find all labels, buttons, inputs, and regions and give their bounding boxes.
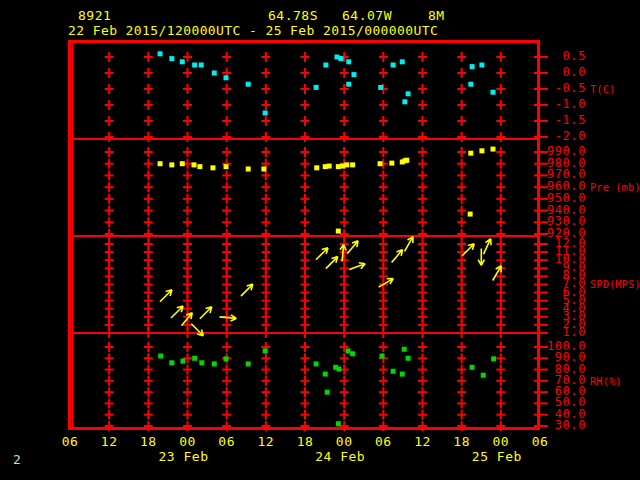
pressure-point — [314, 165, 319, 170]
temperature-point — [158, 51, 163, 56]
temperature-point — [314, 85, 319, 90]
panel-unit-label: Pre (mb) — [590, 182, 640, 193]
relative-humidity-point — [402, 347, 407, 352]
temperature-point — [323, 63, 328, 68]
pressure-point — [180, 161, 185, 166]
wind-arrow — [316, 248, 328, 260]
relative-humidity-point — [314, 361, 319, 366]
relative-humidity-point — [158, 354, 163, 359]
hour-label: 18 — [447, 434, 477, 449]
y-tick-label: -1.5 — [450, 115, 586, 126]
pressure-point — [350, 162, 355, 167]
hour-label: 18 — [290, 434, 320, 449]
panel-unit-label: SPD(MPS) — [590, 279, 640, 290]
relative-humidity-point — [391, 369, 396, 374]
hour-label: 00 — [329, 434, 359, 449]
relative-humidity-point — [180, 359, 185, 364]
wind-arrow — [220, 315, 237, 321]
temperature-point — [224, 75, 229, 80]
wind-arrow — [392, 250, 403, 263]
y-tick-label: 30.0 — [450, 420, 586, 431]
wind-arrow — [160, 290, 172, 302]
panel-unit-label: RH(%) — [590, 376, 622, 387]
pressure-point — [210, 165, 215, 170]
relative-humidity-point — [406, 356, 411, 361]
day-label: 23 Feb — [156, 449, 212, 464]
relative-humidity-point — [192, 356, 197, 361]
temperature-point — [263, 111, 268, 116]
wind-arrow — [200, 307, 212, 319]
pressure-point — [192, 162, 197, 167]
y-tick-label: 0.5 — [450, 51, 586, 62]
temperature-point — [400, 59, 405, 64]
app-window: 8921 64.78S 64.07W 8M 22 Feb 2015/120000… — [0, 0, 640, 480]
temperature-point — [402, 99, 407, 104]
relative-humidity-point — [350, 351, 355, 356]
frame-number: 2 — [13, 452, 21, 467]
wind-arrow — [379, 279, 394, 288]
relative-humidity-point — [323, 372, 328, 377]
pressure-point — [404, 158, 409, 163]
temperature-point — [346, 82, 351, 87]
temperature-point — [406, 91, 411, 96]
pressure-point — [389, 161, 394, 166]
wind-arrow — [347, 241, 358, 254]
pressure-point — [344, 162, 349, 167]
panel-unit-label: T(C) — [590, 84, 615, 95]
pressure-point — [378, 161, 383, 166]
hour-label: 06 — [368, 434, 398, 449]
wind-arrow — [241, 284, 253, 296]
temperature-point — [338, 56, 343, 61]
relative-humidity-point — [346, 348, 351, 353]
temperature-point — [391, 63, 396, 68]
hour-label: 12 — [94, 434, 124, 449]
temperature-point — [169, 56, 174, 61]
pressure-point — [336, 229, 341, 234]
relative-humidity-point — [400, 372, 405, 377]
pressure-point — [224, 164, 229, 169]
relative-humidity-point — [169, 360, 174, 365]
hour-label: 12 — [251, 434, 281, 449]
relative-humidity-point — [325, 390, 330, 395]
pressure-point — [327, 164, 332, 169]
relative-humidity-point — [199, 360, 204, 365]
temperature-point — [199, 63, 204, 68]
day-label: 25 Feb — [469, 449, 525, 464]
hour-label: 18 — [133, 434, 163, 449]
pressure-point — [169, 162, 174, 167]
temperature-point — [246, 82, 251, 87]
relative-humidity-point — [224, 356, 229, 361]
pressure-point — [246, 166, 251, 171]
y-tick-label: 0.0 — [450, 67, 586, 78]
hour-label: 06 — [212, 434, 242, 449]
temperature-point — [212, 71, 217, 76]
temperature-point — [378, 85, 383, 90]
hour-label: 12 — [408, 434, 438, 449]
temperature-point — [351, 72, 356, 77]
relative-humidity-point — [212, 361, 217, 366]
relative-humidity-point — [246, 361, 251, 366]
y-tick-label: 1.0 — [450, 327, 586, 338]
temperature-point — [346, 59, 351, 64]
pressure-point — [158, 161, 163, 166]
relative-humidity-point — [380, 354, 385, 359]
hour-label: 06 — [55, 434, 85, 449]
y-tick-label: -1.0 — [450, 99, 586, 110]
relative-humidity-point — [336, 367, 341, 372]
hour-label: 06 — [525, 434, 555, 449]
temperature-point — [192, 63, 197, 68]
pressure-point — [261, 166, 266, 171]
relative-humidity-point — [336, 421, 341, 426]
pressure-point — [197, 164, 202, 169]
wind-arrow — [171, 306, 183, 318]
y-tick-label: -0.5 — [450, 83, 586, 94]
day-label: 24 Feb — [312, 449, 368, 464]
y-tick-label: -2.0 — [450, 131, 586, 142]
wind-arrow — [326, 257, 338, 269]
pressure-point — [336, 164, 341, 169]
hour-label: 00 — [486, 434, 516, 449]
relative-humidity-point — [263, 348, 268, 353]
temperature-point — [180, 59, 185, 64]
wind-arrow — [349, 263, 365, 270]
hour-label: 00 — [173, 434, 203, 449]
